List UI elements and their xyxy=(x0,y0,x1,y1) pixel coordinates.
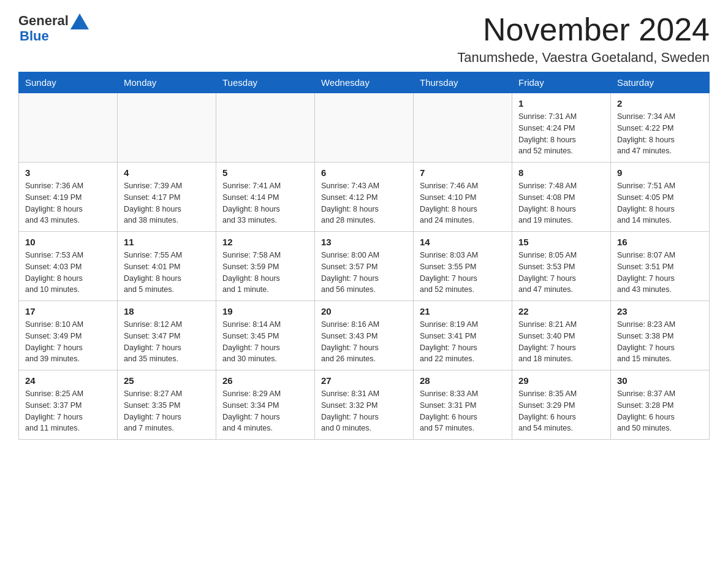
calendar-cell: 5Sunrise: 7:41 AMSunset: 4:14 PMDaylight… xyxy=(216,163,315,232)
day-info: Sunrise: 8:05 AMSunset: 3:53 PMDaylight:… xyxy=(518,250,604,296)
day-info: Sunrise: 8:14 AMSunset: 3:45 PMDaylight:… xyxy=(222,319,308,365)
day-number: 27 xyxy=(321,375,407,386)
calendar-week-row: 1Sunrise: 7:31 AMSunset: 4:24 PMDaylight… xyxy=(19,93,710,163)
day-info: Sunrise: 7:34 AMSunset: 4:22 PMDaylight:… xyxy=(617,111,703,157)
calendar-cell: 22Sunrise: 8:21 AMSunset: 3:40 PMDayligh… xyxy=(512,301,611,370)
calendar-cell xyxy=(315,93,414,163)
day-info: Sunrise: 8:23 AMSunset: 3:38 PMDaylight:… xyxy=(617,319,703,365)
calendar-header-monday: Monday xyxy=(118,72,216,93)
day-info: Sunrise: 7:41 AMSunset: 4:14 PMDaylight:… xyxy=(222,180,308,226)
title-area: November 2024 Tanumshede, Vaestra Goetal… xyxy=(457,12,710,66)
calendar-cell: 16Sunrise: 8:07 AMSunset: 3:51 PMDayligh… xyxy=(611,232,710,301)
day-number: 22 xyxy=(518,306,604,316)
day-number: 24 xyxy=(25,375,111,386)
calendar-cell: 8Sunrise: 7:48 AMSunset: 4:08 PMDaylight… xyxy=(512,163,611,232)
day-info: Sunrise: 8:12 AMSunset: 3:47 PMDaylight:… xyxy=(124,319,210,365)
day-number: 28 xyxy=(420,375,506,386)
day-number: 2 xyxy=(617,98,703,109)
day-number: 23 xyxy=(617,306,703,316)
calendar-cell: 3Sunrise: 7:36 AMSunset: 4:19 PMDaylight… xyxy=(19,163,118,232)
calendar-cell: 10Sunrise: 7:53 AMSunset: 4:03 PMDayligh… xyxy=(19,232,118,301)
day-info: Sunrise: 8:00 AMSunset: 3:57 PMDaylight:… xyxy=(321,250,407,296)
calendar-cell: 19Sunrise: 8:14 AMSunset: 3:45 PMDayligh… xyxy=(216,301,315,370)
day-info: Sunrise: 8:31 AMSunset: 3:32 PMDaylight:… xyxy=(321,388,407,434)
calendar-cell: 12Sunrise: 7:58 AMSunset: 3:59 PMDayligh… xyxy=(216,232,315,301)
day-number: 11 xyxy=(124,237,210,247)
day-number: 15 xyxy=(518,237,604,247)
calendar-header-wednesday: Wednesday xyxy=(315,72,414,93)
logo: General Blue xyxy=(18,12,89,44)
location-title: Tanumshede, Vaestra Goetaland, Sweden xyxy=(457,50,710,66)
calendar-cell: 30Sunrise: 8:37 AMSunset: 3:28 PMDayligh… xyxy=(611,370,710,440)
calendar-cell: 24Sunrise: 8:25 AMSunset: 3:37 PMDayligh… xyxy=(19,370,118,440)
day-number: 25 xyxy=(124,375,210,386)
day-number: 1 xyxy=(518,98,604,109)
day-info: Sunrise: 7:48 AMSunset: 4:08 PMDaylight:… xyxy=(518,180,604,226)
logo-blue-text: Blue xyxy=(20,28,49,44)
day-info: Sunrise: 8:07 AMSunset: 3:51 PMDaylight:… xyxy=(617,250,703,296)
calendar-header-row: SundayMondayTuesdayWednesdayThursdayFrid… xyxy=(19,72,710,93)
calendar-cell: 28Sunrise: 8:33 AMSunset: 3:31 PMDayligh… xyxy=(414,370,512,440)
calendar-cell: 2Sunrise: 7:34 AMSunset: 4:22 PMDaylight… xyxy=(611,93,710,163)
calendar-cell: 26Sunrise: 8:29 AMSunset: 3:34 PMDayligh… xyxy=(216,370,315,440)
day-info: Sunrise: 7:39 AMSunset: 4:17 PMDaylight:… xyxy=(124,180,210,226)
calendar-cell xyxy=(414,93,512,163)
day-number: 16 xyxy=(617,237,703,247)
logo-arrow-icon xyxy=(70,13,89,29)
calendar-cell: 4Sunrise: 7:39 AMSunset: 4:17 PMDaylight… xyxy=(118,163,216,232)
calendar-header-tuesday: Tuesday xyxy=(216,72,315,93)
calendar-cell: 1Sunrise: 7:31 AMSunset: 4:24 PMDaylight… xyxy=(512,93,611,163)
day-info: Sunrise: 8:29 AMSunset: 3:34 PMDaylight:… xyxy=(222,388,308,434)
svg-marker-1 xyxy=(70,16,80,29)
day-number: 4 xyxy=(124,167,210,178)
calendar-header-saturday: Saturday xyxy=(611,72,710,93)
calendar-header-thursday: Thursday xyxy=(414,72,512,93)
month-title: November 2024 xyxy=(457,12,710,47)
day-number: 30 xyxy=(617,375,703,386)
day-number: 13 xyxy=(321,237,407,247)
calendar-cell: 6Sunrise: 7:43 AMSunset: 4:12 PMDaylight… xyxy=(315,163,414,232)
day-info: Sunrise: 7:31 AMSunset: 4:24 PMDaylight:… xyxy=(518,111,604,157)
calendar-week-row: 10Sunrise: 7:53 AMSunset: 4:03 PMDayligh… xyxy=(19,232,710,301)
day-number: 12 xyxy=(222,237,308,247)
day-number: 29 xyxy=(518,375,604,386)
calendar-cell: 20Sunrise: 8:16 AMSunset: 3:43 PMDayligh… xyxy=(315,301,414,370)
day-number: 14 xyxy=(420,237,506,247)
day-info: Sunrise: 8:21 AMSunset: 3:40 PMDaylight:… xyxy=(518,319,604,365)
day-info: Sunrise: 8:37 AMSunset: 3:28 PMDaylight:… xyxy=(617,388,703,434)
day-info: Sunrise: 8:16 AMSunset: 3:43 PMDaylight:… xyxy=(321,319,407,365)
day-number: 6 xyxy=(321,167,407,178)
calendar-week-row: 3Sunrise: 7:36 AMSunset: 4:19 PMDaylight… xyxy=(19,163,710,232)
calendar-table: SundayMondayTuesdayWednesdayThursdayFrid… xyxy=(18,72,710,440)
calendar-cell: 29Sunrise: 8:35 AMSunset: 3:29 PMDayligh… xyxy=(512,370,611,440)
calendar-header-sunday: Sunday xyxy=(19,72,118,93)
calendar-cell: 17Sunrise: 8:10 AMSunset: 3:49 PMDayligh… xyxy=(19,301,118,370)
day-number: 26 xyxy=(222,375,308,386)
day-info: Sunrise: 8:33 AMSunset: 3:31 PMDaylight:… xyxy=(420,388,506,434)
calendar-cell: 25Sunrise: 8:27 AMSunset: 3:35 PMDayligh… xyxy=(118,370,216,440)
day-number: 7 xyxy=(420,167,506,178)
day-info: Sunrise: 8:10 AMSunset: 3:49 PMDaylight:… xyxy=(25,319,111,365)
day-info: Sunrise: 8:25 AMSunset: 3:37 PMDaylight:… xyxy=(25,388,111,434)
day-number: 9 xyxy=(617,167,703,178)
day-number: 21 xyxy=(420,306,506,316)
calendar-cell: 14Sunrise: 8:03 AMSunset: 3:55 PMDayligh… xyxy=(414,232,512,301)
calendar-cell xyxy=(216,93,315,163)
calendar-cell: 13Sunrise: 8:00 AMSunset: 3:57 PMDayligh… xyxy=(315,232,414,301)
day-number: 17 xyxy=(25,306,111,316)
calendar-cell: 27Sunrise: 8:31 AMSunset: 3:32 PMDayligh… xyxy=(315,370,414,440)
calendar-cell: 15Sunrise: 8:05 AMSunset: 3:53 PMDayligh… xyxy=(512,232,611,301)
day-info: Sunrise: 7:53 AMSunset: 4:03 PMDaylight:… xyxy=(25,250,111,296)
day-number: 18 xyxy=(124,306,210,316)
day-number: 5 xyxy=(222,167,308,178)
day-number: 8 xyxy=(518,167,604,178)
day-number: 20 xyxy=(321,306,407,316)
day-info: Sunrise: 7:51 AMSunset: 4:05 PMDaylight:… xyxy=(617,180,703,226)
logo-general-text: General xyxy=(18,13,69,29)
calendar-cell xyxy=(19,93,118,163)
day-number: 19 xyxy=(222,306,308,316)
calendar-header-friday: Friday xyxy=(512,72,611,93)
day-info: Sunrise: 7:55 AMSunset: 4:01 PMDaylight:… xyxy=(124,250,210,296)
day-info: Sunrise: 8:27 AMSunset: 3:35 PMDaylight:… xyxy=(124,388,210,434)
calendar-week-row: 17Sunrise: 8:10 AMSunset: 3:49 PMDayligh… xyxy=(19,301,710,370)
